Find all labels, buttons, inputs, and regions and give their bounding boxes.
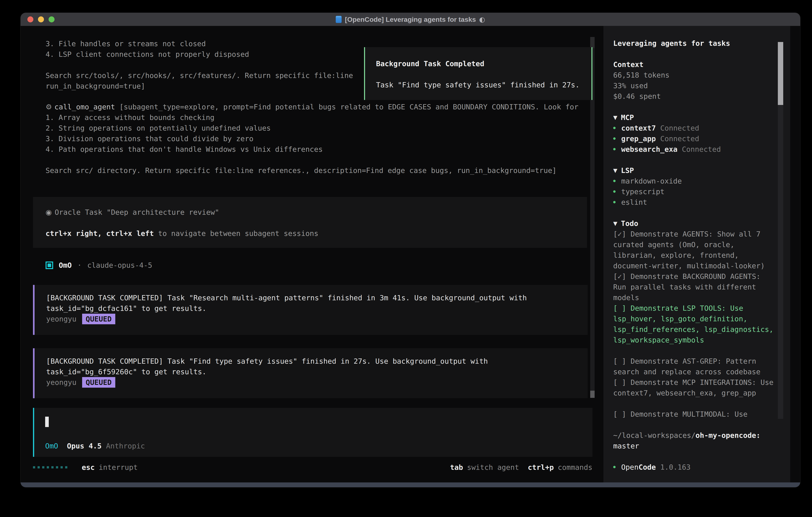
tool-call-line: 1. Array access without bounds checking	[46, 112, 578, 123]
input-model-name[interactable]: Opus 4.5	[67, 441, 102, 451]
status-right: tab switch agent ctrl+p commands	[441, 462, 592, 472]
conversation-scrollbar-thumb[interactable]	[590, 391, 594, 398]
status-dot-icon	[613, 148, 616, 151]
todo-item-active: [ ]Demonstrate LSP TOOLS: Use lsp_hover,…	[613, 303, 775, 345]
todo-heading[interactable]: ▼Todo	[613, 218, 775, 229]
app-version: 1.0.163	[660, 463, 691, 471]
task-message-line: [BACKGROUND TASK COMPLETED] Task "Find t…	[46, 356, 588, 366]
opencode-window: [OpenCode] Leveraging agents for tasks ◐…	[21, 13, 800, 487]
status-dot-icon	[613, 127, 616, 129]
mcp-section: ▼MCP context7Connected grep_appConnected…	[613, 112, 775, 155]
nav-hint-text: to navigate between subagent sessions	[154, 229, 318, 238]
tool-call-line: 3. Division operations that could divide…	[46, 133, 578, 144]
agent-name: OmO	[59, 260, 72, 271]
mcp-item: websearch_exaConnected	[613, 144, 775, 155]
oracle-task-panel[interactable]: ◉Oracle Task "Deep architecture review" …	[33, 197, 587, 248]
spinner-dots-icon	[33, 466, 67, 468]
omo-agent-icon	[46, 262, 53, 269]
scrollback-line: run_in_background=true]	[46, 81, 353, 91]
lsp-name: typescript	[621, 188, 665, 196]
status-left: esc interrupt	[33, 462, 138, 472]
tool-args: [subagent_type=explore, prompt=Find pote…	[115, 103, 578, 111]
input-provider-name: Anthropic	[106, 441, 145, 451]
todo-text: Demonstrate AGENTS: Show all 7 curated a…	[613, 230, 765, 270]
oracle-title-text: Oracle Task "Deep architecture review"	[55, 208, 219, 216]
mcp-name: websearch_exa	[621, 145, 677, 153]
prompt-input[interactable]: OmO Opus 4.5 Anthropic	[33, 408, 592, 457]
scrollback-line: 3. File handles or streams not closed	[46, 38, 353, 49]
status-dot-icon	[613, 137, 616, 140]
session-title: Leveraging agents for tasks	[613, 38, 775, 49]
queued-badge: QUEUED	[82, 314, 115, 324]
todo-heading-text: Todo	[621, 219, 638, 227]
app-name: Open	[621, 463, 639, 471]
esc-key-hint: esc	[82, 462, 95, 472]
sidebar: Leveraging agents for tasks Context 66,5…	[603, 26, 790, 483]
agent-model: claude-opus-4-5	[87, 260, 152, 271]
tab-key-label: switch agent	[467, 462, 519, 472]
scrollback-text: 3. File handles or streams not closed 4.…	[46, 38, 353, 91]
document-icon	[336, 16, 342, 23]
status-dot-icon	[613, 201, 616, 203]
task-message-line: task_id="bg_dcfac161" to get results.	[46, 303, 588, 314]
mcp-status: Connected	[660, 124, 699, 132]
mcp-item: grep_appConnected	[613, 133, 775, 144]
context-section: Context 66,518 tokens 33% used $0.46 spe…	[613, 59, 775, 102]
chevron-down-icon[interactable]: ▼	[613, 165, 617, 176]
context-tokens: 66,518 tokens	[613, 70, 775, 80]
queued-badge: QUEUED	[82, 377, 115, 388]
oracle-nav-hint: ctrl+x right, ctrl+x left to navigate be…	[46, 228, 587, 239]
lsp-name: markdown-oxide	[621, 177, 682, 185]
conversation-scrollbar-top[interactable]	[590, 37, 594, 48]
todo-item: [ ]Demonstrate AST-GREP: Pattern search …	[613, 356, 775, 377]
tool-call-line: 2. String operations on potentially unde…	[46, 123, 578, 133]
window-title: [OpenCode] Leveraging agents for tasks ◐	[21, 13, 800, 26]
chevron-down-icon[interactable]: ▼	[613, 218, 617, 229]
mcp-status: Connected	[682, 145, 721, 153]
record-icon: ◉	[46, 208, 52, 216]
task-message-meta: yeongyuQUEUED	[46, 377, 588, 388]
checkbox-empty-icon: [ ]	[613, 357, 626, 365]
context-used: 33% used	[613, 80, 775, 91]
status-bar: esc interrupt tab switch agent ctrl+p co…	[33, 462, 592, 472]
workspace-path: ~/local-workspaces/oh-my-opencode: maste…	[613, 430, 775, 451]
task-message-line: task_id="bg_6f59260c" to get results.	[46, 366, 588, 377]
version-row: OpenCode1.0.163	[613, 462, 775, 472]
toast-title: Background Task Completed	[376, 58, 591, 69]
todo-text: Demonstrate LSP TOOLS: Use lsp_hover, ls…	[613, 304, 774, 344]
background-task-toast: Background Task Completed Task "Find typ…	[364, 47, 592, 100]
task-author: yeongyu	[46, 378, 77, 386]
task-message-line: [BACKGROUND TASK COMPLETED] Task "Resear…	[46, 293, 588, 303]
tool-call-line	[46, 155, 578, 165]
busy-spinner-icon: ◐	[479, 14, 485, 25]
mcp-status: Connected	[660, 135, 699, 143]
checkbox-checked-icon: [✓]	[613, 230, 626, 238]
window-titlebar[interactable]: [OpenCode] Leveraging agents for tasks ◐	[21, 13, 800, 26]
workspace-branch: master	[613, 442, 639, 450]
gear-icon: ⚙	[46, 103, 52, 111]
scrollback-line: 4. LSP client connections not properly d…	[46, 49, 353, 60]
window-bottom-strip	[21, 483, 800, 487]
window-title-text: [OpenCode] Leveraging agents for tasks	[345, 14, 476, 25]
sidebar-scrollbar-thumb[interactable]	[778, 42, 783, 105]
tool-call-line: 4. Path operations that don't handle Win…	[46, 144, 578, 155]
scrollback-line: Search src/tools/, src/hooks/, src/featu…	[46, 70, 353, 81]
tool-call-block: ⚙call_omo_agent [subagent_type=explore, …	[46, 102, 578, 176]
mcp-heading-text: MCP	[621, 113, 634, 121]
todo-item: [ ]Demonstrate MCP INTEGRATIONS: Use con…	[613, 377, 775, 398]
input-agent-name[interactable]: OmO	[45, 441, 58, 451]
checkbox-checked-icon: [✓]	[613, 272, 626, 280]
mcp-item: context7Connected	[613, 123, 775, 133]
ctrlp-key-hint: ctrl+p	[528, 462, 554, 472]
lsp-item: typescript	[613, 186, 775, 197]
status-dot-icon	[613, 466, 616, 468]
mcp-heading[interactable]: ▼MCP	[613, 112, 775, 123]
checkbox-empty-icon: [ ]	[613, 410, 626, 418]
lsp-heading[interactable]: ▼LSP	[613, 165, 775, 176]
lsp-heading-text: LSP	[621, 166, 634, 174]
oracle-task-title: ◉Oracle Task "Deep architecture review"	[46, 207, 587, 218]
spacer-line	[46, 218, 587, 228]
workspace-prefix: ~/local-workspaces/	[613, 431, 696, 439]
chevron-down-icon[interactable]: ▼	[613, 112, 617, 123]
mcp-name: grep_app	[621, 135, 656, 143]
